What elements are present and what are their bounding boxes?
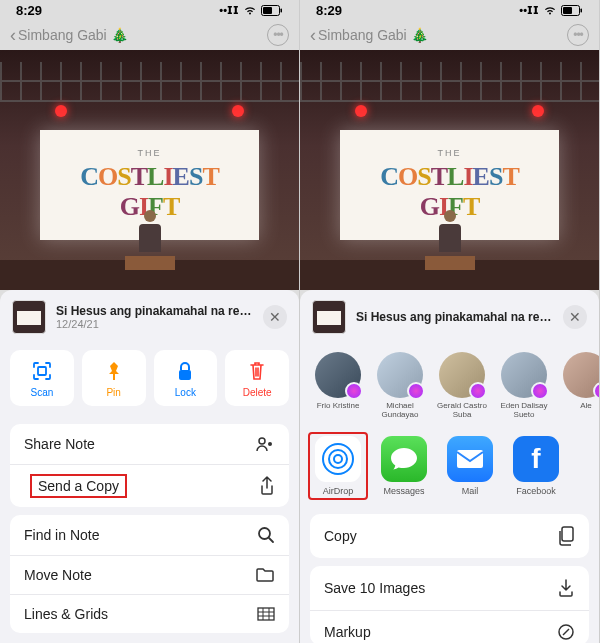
close-icon: ✕ [269, 309, 281, 325]
svg-point-7 [259, 528, 270, 539]
phone-right: 8:29 ••𝗜𝗜 ‹ Simbang Gabi 🎄 ••• THE COSTL… [300, 0, 600, 643]
mail-app[interactable]: Mail [444, 436, 496, 496]
lines-grids-item[interactable]: Lines & Grids [10, 595, 289, 633]
note-photo[interactable]: THE COSTLIEST GIFT [0, 50, 299, 290]
battery-icon [561, 5, 583, 16]
nav-bar: ‹ Simbang Gabi 🎄 ••• [300, 20, 599, 50]
nav-bar: ‹ Simbang Gabi 🎄 ••• [0, 20, 299, 50]
search-icon [257, 526, 275, 544]
grid-icon [257, 607, 275, 621]
sheet-title: Si Hesus ang pinakamahal na regalo. [356, 310, 553, 324]
wifi-icon [543, 5, 557, 15]
move-note-item[interactable]: Move Note [10, 556, 289, 595]
copy-icon [557, 526, 575, 546]
phone-left: 8:29 ••𝗜𝗜 ‹ Simbang Gabi 🎄 ••• THE COSTL… [0, 0, 300, 643]
messages-icon [381, 436, 427, 482]
status-indicators: ••𝗜𝗜 [219, 4, 283, 17]
more-button[interactable]: ••• [267, 24, 289, 46]
svg-rect-12 [457, 450, 483, 468]
avatar [377, 352, 423, 398]
messenger-badge-icon [407, 382, 425, 400]
find-in-note-item[interactable]: Find in Note [10, 515, 289, 556]
back-button[interactable]: ‹ Simbang Gabi 🎄 [310, 25, 428, 46]
airdrop-app[interactable]: AirDrop [312, 436, 364, 496]
signal-icon: ••𝗜𝗜 [519, 4, 539, 17]
note-photo[interactable]: THE COSTLIEST GIFT [300, 50, 599, 290]
status-bar: 8:29 ••𝗜𝗜 [0, 0, 299, 20]
send-copy-item[interactable]: Send a Copy [10, 465, 289, 507]
sheet-header: Si Hesus ang pinakamahal na regalo. 12/2… [0, 290, 299, 344]
markup-item[interactable]: Markup [310, 611, 589, 643]
close-icon: ✕ [569, 309, 581, 325]
close-button[interactable]: ✕ [263, 305, 287, 329]
delete-button[interactable]: Delete [225, 350, 289, 406]
messenger-badge-icon [469, 382, 487, 400]
back-label: Simbang Gabi 🎄 [318, 27, 428, 43]
svg-rect-2 [281, 8, 283, 12]
status-bar: 8:29 ••𝗜𝗜 [300, 0, 599, 20]
sheet-date: 12/24/21 [56, 318, 253, 330]
avatar [563, 352, 599, 398]
airdrop-icon [315, 436, 361, 482]
collaborate-icon [255, 435, 275, 453]
avatar [439, 352, 485, 398]
save-images-item[interactable]: Save 10 Images [310, 566, 589, 611]
back-label: Simbang Gabi 🎄 [18, 27, 128, 43]
action-sheet: Si Hesus ang pinakamahal na regalo. 12/2… [0, 290, 299, 643]
share-note-item[interactable]: Share Note [10, 424, 289, 465]
lock-icon [176, 360, 194, 382]
pin-button[interactable]: Pin [82, 350, 146, 406]
contact-item[interactable]: Michael Gundayao [374, 352, 426, 420]
messenger-badge-icon [345, 382, 363, 400]
quick-actions: Scan Pin Lock Delete [0, 344, 299, 416]
trash-icon [248, 360, 266, 382]
contact-item[interactable]: Frio Kristine [312, 352, 364, 420]
svg-rect-1 [263, 7, 272, 14]
contact-item[interactable]: Eden Dalisay Sueto [498, 352, 550, 420]
svg-rect-10 [563, 7, 572, 14]
ellipsis-icon: ••• [573, 28, 583, 42]
copy-item[interactable]: Copy [310, 514, 589, 558]
svg-point-6 [268, 442, 272, 446]
svg-rect-8 [258, 608, 274, 620]
status-time: 8:29 [16, 3, 42, 18]
mail-icon [447, 436, 493, 482]
facebook-icon: f [513, 436, 559, 482]
ellipsis-icon: ••• [273, 28, 283, 42]
messages-app[interactable]: Messages [378, 436, 430, 496]
share-sheet: Si Hesus ang pinakamahal na regalo. ✕ Fr… [300, 290, 599, 643]
avatar [501, 352, 547, 398]
avatar [315, 352, 361, 398]
wifi-icon [243, 5, 257, 15]
messenger-badge-icon [531, 382, 549, 400]
apps-row: AirDrop Messages Mail f Facebook [300, 426, 599, 506]
chevron-left-icon: ‹ [310, 25, 316, 46]
contact-item[interactable]: Ale [560, 352, 599, 420]
close-button[interactable]: ✕ [563, 305, 587, 329]
chevron-left-icon: ‹ [10, 25, 16, 46]
svg-rect-13 [562, 527, 573, 541]
markup-icon [557, 623, 575, 641]
back-button[interactable]: ‹ Simbang Gabi 🎄 [10, 25, 128, 46]
share-actions-list: Copy [310, 514, 589, 558]
scan-icon [31, 360, 53, 382]
contacts-row: Frio Kristine Michael Gundayao Gerald Ca… [300, 344, 599, 426]
facebook-app[interactable]: f Facebook [510, 436, 562, 496]
menu-group-1: Share Note Send a Copy [10, 424, 289, 507]
sheet-header: Si Hesus ang pinakamahal na regalo. ✕ [300, 290, 599, 344]
share-actions-list-2: Save 10 Images Markup [310, 566, 589, 643]
more-button[interactable]: ••• [567, 24, 589, 46]
svg-rect-3 [38, 367, 46, 375]
sheet-title: Si Hesus ang pinakamahal na regalo. [56, 304, 253, 318]
battery-icon [261, 5, 283, 16]
contact-item[interactable]: Gerald Castro Suba [436, 352, 488, 420]
note-thumbnail [12, 300, 46, 334]
svg-point-5 [259, 438, 265, 444]
lock-button[interactable]: Lock [154, 350, 218, 406]
scan-button[interactable]: Scan [10, 350, 74, 406]
status-time: 8:29 [316, 3, 342, 18]
svg-rect-4 [179, 370, 191, 380]
note-thumbnail [312, 300, 346, 334]
share-icon [259, 476, 275, 496]
signal-icon: ••𝗜𝗜 [219, 4, 239, 17]
